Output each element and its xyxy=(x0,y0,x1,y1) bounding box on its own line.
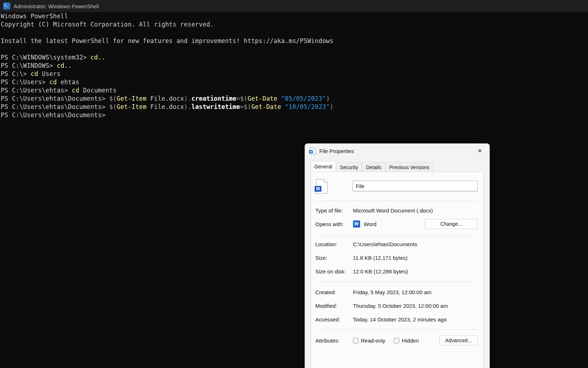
type-of-file-row: Type of file: Microsoft Word Document (.… xyxy=(311,204,483,217)
attributes-label: Attributes: xyxy=(315,338,353,344)
location-value: C:\Users\ehtas\Documents xyxy=(353,241,417,247)
separator xyxy=(315,282,478,282)
created-label: Created: xyxy=(315,289,353,295)
hidden-checkbox[interactable] xyxy=(394,338,399,343)
terminal-line: Copyright (C) Microsoft Corporation. All… xyxy=(1,20,588,29)
accessed-value: Today, 14 October 2023, 2 minutes ago xyxy=(353,316,447,322)
opens-with-label: Opens with: xyxy=(315,221,353,227)
attributes-row: Attributes: Read-only Hidden Advanced... xyxy=(311,334,483,347)
terminal-line: PS C:\Users\ehtas\Documents> $(Get-Item … xyxy=(1,103,588,111)
word-app-icon xyxy=(353,220,360,228)
size-on-disk-label: Size on disk: xyxy=(315,268,353,274)
accessed-row: Accessed: Today, 14 October 2023, 2 minu… xyxy=(311,313,483,326)
separator xyxy=(315,235,478,236)
location-label: Location: xyxy=(315,241,353,247)
advanced-button[interactable]: Advanced... xyxy=(439,335,478,345)
tab-general[interactable]: General xyxy=(311,161,336,172)
created-row: Created: Friday, 5 May 2023, 12:00:00 am xyxy=(311,286,483,298)
file-properties-dialog: File Properties General Security Details… xyxy=(305,143,490,368)
type-of-file-value: Microsoft Word Document (.docx) xyxy=(353,207,433,214)
size-on-disk-row: Size on disk: 12.0 KB (12,288 bytes) xyxy=(311,265,483,278)
powershell-icon xyxy=(3,3,10,10)
readonly-label: Read-only xyxy=(361,338,385,344)
size-on-disk-value: 12.0 KB (12,288 bytes) xyxy=(353,268,408,274)
readonly-checkbox[interactable] xyxy=(353,338,358,343)
tab-details[interactable]: Details xyxy=(362,162,385,172)
terminal-line: PS C:\WINDOWS\system32> cd.. xyxy=(1,53,588,62)
separator xyxy=(315,201,478,201)
terminal-line: PS C:\> cd Users xyxy=(1,70,588,78)
terminal-title: Administrator: Windows PowerShell xyxy=(14,3,99,9)
modified-value: Thursday, 5 October 2023, 12:00:00 am xyxy=(353,303,448,309)
word-document-icon-large xyxy=(316,179,328,193)
size-label: Size: xyxy=(315,255,353,261)
terminal-line: PS C:\Users> cd ehtas xyxy=(1,78,588,86)
tab-previous-versions[interactable]: Previous Versions xyxy=(386,162,433,172)
readonly-checkbox-group[interactable]: Read-only xyxy=(353,338,385,344)
close-button[interactable] xyxy=(475,147,484,155)
terminal-line: PS C:\WINDOWS> cd.. xyxy=(1,62,588,70)
opens-with-row: Opens with: Word Change... xyxy=(311,217,483,231)
hidden-checkbox-group[interactable]: Hidden xyxy=(394,338,419,344)
close-icon xyxy=(478,148,482,154)
change-button[interactable]: Change... xyxy=(425,219,478,229)
modified-row: Modified: Thursday, 5 October 2023, 12:0… xyxy=(311,299,483,312)
tab-strip: General Security Details Previous Versio… xyxy=(311,162,484,172)
location-row: Location: C:\Users\ehtas\Documents xyxy=(311,238,483,250)
terminal-line: PS C:\Users\ehtas> cd Documents xyxy=(1,86,588,95)
terminal-line: PS C:\Users\ehtas\Documents> $(Get-Item … xyxy=(1,95,588,103)
tab-security[interactable]: Security xyxy=(336,162,362,172)
general-tab-page: Type of file: Microsoft Word Document (.… xyxy=(311,172,484,368)
modified-label: Modified: xyxy=(315,303,353,309)
terminal-line: PS C:\Users\ehtas\Documents> xyxy=(1,111,588,119)
created-value: Friday, 5 May 2023, 12:00:00 am xyxy=(353,289,431,295)
terminal-line: Install the latest PowerShell for new fe… xyxy=(1,37,588,45)
opens-with-value: Word xyxy=(364,221,377,227)
size-value: 11.8 KB (12,171 bytes) xyxy=(353,255,407,261)
type-of-file-label: Type of file: xyxy=(315,207,353,214)
word-document-icon xyxy=(310,147,316,154)
terminal-line xyxy=(1,29,588,37)
terminal-titlebar: Administrator: Windows PowerShell xyxy=(0,0,588,12)
terminal-line: Windows PowerShell xyxy=(1,12,588,20)
size-row: Size: 11.8 KB (12,171 bytes) xyxy=(311,251,483,264)
file-name-input[interactable] xyxy=(353,181,478,191)
accessed-label: Accessed: xyxy=(315,316,353,322)
terminal-line xyxy=(1,45,588,53)
separator xyxy=(315,329,478,330)
terminal-output[interactable]: Windows PowerShellCopyright (C) Microsof… xyxy=(1,12,588,119)
hidden-label: Hidden xyxy=(402,338,419,344)
dialog-title: File Properties xyxy=(319,148,354,154)
dialog-titlebar: File Properties xyxy=(305,144,489,158)
